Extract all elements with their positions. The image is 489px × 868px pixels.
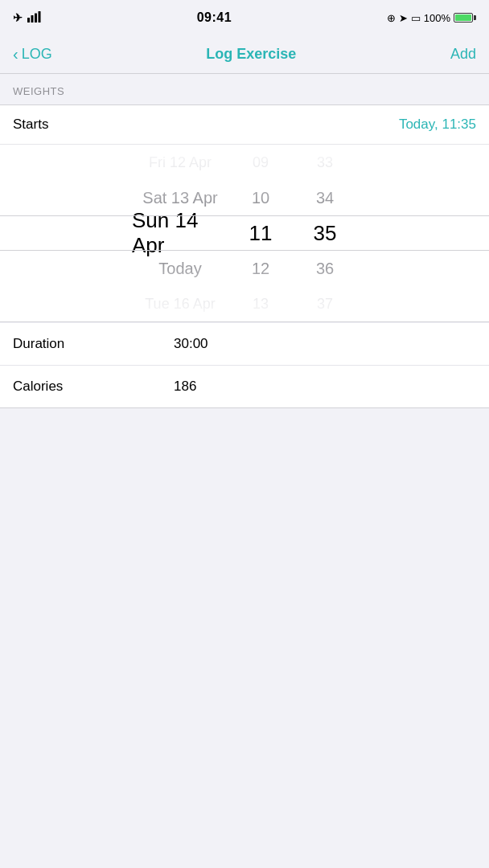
screen-icon: ▭ (411, 12, 421, 24)
chevron-left-icon: ‹ (13, 45, 18, 63)
calories-row[interactable]: Calories 186 (0, 366, 489, 408)
status-right: ⊕ ➤ ▭ 100% (387, 12, 476, 24)
duration-value: 30:00 (174, 336, 208, 352)
picker-minute-item[interactable]: 34 (293, 180, 357, 215)
svg-rect-1 (31, 15, 34, 23)
picker-minute-item[interactable]: 33 (293, 145, 357, 180)
picker-date-item[interactable]: Tue 16 Apr (132, 286, 228, 321)
picker-date-selected[interactable]: Sun 14 Apr (132, 215, 228, 251)
picker-date-item[interactable]: Today (132, 251, 228, 286)
back-label: LOG (22, 46, 52, 63)
picker-minute-col[interactable]: 33 34 35 36 37 (293, 145, 357, 321)
picker-date-item[interactable]: Fri 12 Apr (132, 145, 228, 180)
duration-label: Duration (13, 336, 174, 352)
picker-hour-selected[interactable]: 11 (228, 215, 293, 251)
starts-value: Today, 11:35 (399, 117, 476, 133)
section-header: WEIGHTS (0, 74, 489, 104)
picker-minute-selected[interactable]: 35 (293, 215, 357, 251)
empty-space (0, 408, 489, 730)
status-bar: ✈ 09:41 ⊕ ➤ ▭ 100% (0, 0, 489, 35)
arrow-icon: ➤ (399, 12, 408, 24)
calories-value: 186 (174, 379, 196, 395)
duration-row[interactable]: Duration 30:00 (0, 323, 489, 366)
battery-icon (454, 13, 476, 23)
status-time: 09:41 (197, 10, 232, 25)
back-button[interactable]: ‹ LOG (13, 46, 52, 63)
picker-minute-item[interactable]: 37 (293, 286, 357, 321)
picker-columns: Fri 12 Apr Sat 13 Apr Sun 14 Apr Today T… (0, 145, 489, 321)
picker-hour-item[interactable]: 12 (228, 251, 293, 286)
status-left: ✈ (13, 11, 42, 25)
svg-rect-3 (39, 11, 41, 23)
picker-hour-item[interactable]: 13 (228, 286, 293, 321)
section-header-text: WEIGHTS (13, 85, 64, 97)
starts-card: Starts Today, 11:35 Fri 12 Apr Sat 13 Ap… (0, 104, 489, 322)
picker-date-col[interactable]: Fri 12 Apr Sat 13 Apr Sun 14 Apr Today T… (132, 145, 228, 321)
svg-rect-2 (35, 13, 37, 23)
location-icon: ⊕ (387, 12, 396, 24)
picker-minute-item[interactable]: 36 (293, 251, 357, 286)
starts-row[interactable]: Starts Today, 11:35 (0, 105, 489, 145)
date-time-picker[interactable]: Fri 12 Apr Sat 13 Apr Sun 14 Apr Today T… (0, 145, 489, 321)
nav-bar: ‹ LOG Log Exercise Add (0, 35, 489, 74)
starts-label: Starts (13, 117, 48, 133)
picker-hour-item[interactable]: 10 (228, 180, 293, 215)
calories-label: Calories (13, 379, 174, 395)
nav-title: Log Exercise (206, 46, 296, 63)
airplane-icon: ✈ (13, 11, 23, 24)
svg-rect-0 (27, 18, 30, 23)
battery-percent: 100% (424, 12, 450, 24)
picker-hour-col[interactable]: 09 10 11 12 13 (228, 145, 293, 321)
picker-hour-item[interactable]: 09 (228, 145, 293, 180)
add-button[interactable]: Add (450, 46, 476, 63)
signal-bars (27, 11, 42, 25)
